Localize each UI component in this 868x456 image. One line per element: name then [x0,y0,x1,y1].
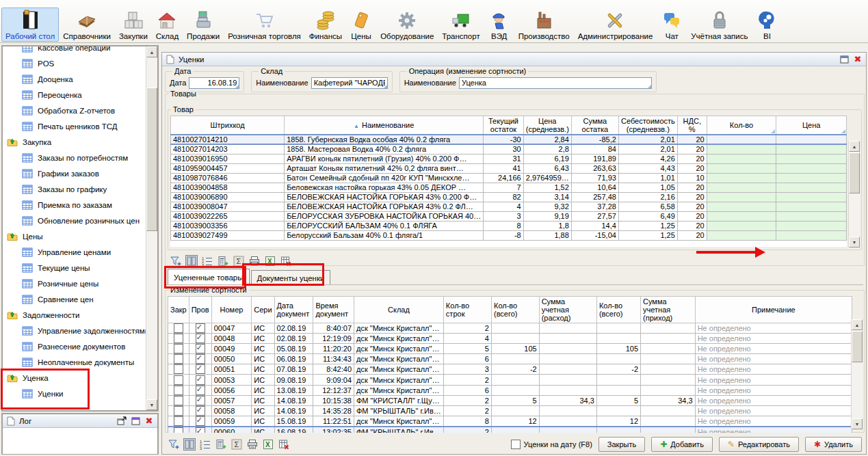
docs-row[interactable]: 00047ИС02.08.198:40:07дск "Минск Кристал… [168,323,852,334]
column-header[interactable]: ▲Наименование [285,116,484,135]
checkbox-icon[interactable] [174,344,183,353]
scroll-up-icon[interactable]: ▲ [852,319,863,330]
docs-cell-approved[interactable] [189,405,211,416]
docs-row[interactable]: 00059ИС15.08.1911:22:51дск "Минск Криста… [168,416,852,427]
close-button[interactable]: Закрыть [599,437,645,452]
sidebar-item[interactable]: Графики заказов [3,165,146,181]
scrollbar-thumb[interactable] [849,152,860,193]
maximize-icon[interactable] [130,416,141,426]
scroll-down-icon[interactable]: ▼ [146,399,157,410]
goods-row[interactable]: 4810039016950АРАГВИ коньяк пятилетний (Г… [171,154,847,163]
column-header[interactable]: Номер [211,297,252,323]
columns-icon[interactable] [185,255,198,267]
toolbar-item-boxes[interactable]: Закупки [115,8,152,42]
goods-cell[interactable] [776,230,847,240]
scroll-up-icon[interactable]: ▲ [849,141,860,152]
checkbox-icon[interactable] [174,396,183,405]
sidebar-item[interactable]: Разнесение документов [3,338,146,354]
toolbar-item-price-tag[interactable]: Цены [346,8,376,42]
scroll-down-icon[interactable]: ▼ [849,237,860,247]
sidebar-item[interactable]: Заказы по потребностям [3,150,146,165]
column-header[interactable]: Кол-во [707,116,776,135]
goods-cell[interactable] [707,221,776,230]
goods-row[interactable]: 4810039004858Беловежская настойка горька… [171,183,847,192]
sidebar-item[interactable]: Управление ценами [3,244,146,260]
checkbox-icon[interactable] [174,323,183,333]
filter-icon[interactable] [170,255,182,267]
calculator-icon[interactable] [217,255,229,267]
docs-cell-closed[interactable] [168,364,189,375]
sidebar-item[interactable]: Обработка Z-отчетов [3,103,146,118]
checkbox-icon[interactable] [196,416,205,426]
detach-window-icon[interactable] [116,416,127,426]
toolbar-item-gear[interactable]: Оборудование [376,8,438,42]
docs-cell-closed[interactable] [168,427,189,433]
remove-column-icon[interactable] [280,255,292,267]
toolbar-item-factory[interactable]: Производство [514,8,574,42]
checkbox-icon[interactable] [196,427,205,433]
toolbar-item-truck[interactable]: Транспорт [438,8,484,42]
columns-icon[interactable] [183,438,196,451]
column-header[interactable]: Штрихкод [171,116,285,135]
sidebar-item[interactable]: Уценки [3,386,146,401]
goods-cell[interactable] [707,173,776,183]
goods-cell[interactable] [776,163,847,173]
delete-button[interactable]: ✱ Удалить [805,437,862,452]
tab-marked-down-goods[interactable]: Уцененные товары [168,269,250,285]
column-header[interactable]: Закр [168,297,189,323]
column-header[interactable]: Пров [189,297,211,323]
docs-cell-closed[interactable] [168,344,189,354]
sidebar-item[interactable]: Задолженности [3,307,146,323]
goods-cell[interactable] [707,135,776,144]
docs-cell-approved[interactable] [189,427,211,433]
goods-cell[interactable] [776,202,847,211]
column-header[interactable]: Сумма учетная (приход) [641,297,696,323]
docs-row[interactable]: 00051ИС07.08.198:42:40дск "Минск Кристал… [168,364,852,375]
goods-cell[interactable] [776,192,847,202]
goods-row[interactable]: 4810987076846Батон Семейный сдобный пп 4… [171,173,847,183]
checkbox-icon[interactable] [196,386,205,395]
excel-icon[interactable]: X [262,438,274,451]
docs-row[interactable]: 00048ИС02.08.1912:19:09дск "Минск Криста… [168,334,852,344]
docs-row[interactable]: 00056ИС13.08.1912:12:37дск "Минск Криста… [168,385,852,395]
toolbar-item-coins[interactable]: Финансы [305,8,346,42]
toolbar-item-books[interactable]: Справочники [59,8,115,42]
docs-cell-approved[interactable] [189,364,211,375]
goods-cell[interactable] [776,144,847,154]
checkbox-icon[interactable] [174,375,183,385]
maximize-icon[interactable] [839,55,850,64]
sidebar-item[interactable]: Розничные цены [3,276,146,291]
docs-scrollbar[interactable]: ▲ ▼ [851,319,863,429]
checkbox-icon[interactable] [196,375,205,385]
toolbar-item-bi[interactable]: BI [752,8,782,42]
goods-cell[interactable] [707,144,776,154]
goods-cell[interactable] [776,221,847,230]
docs-cell-approved[interactable] [189,334,211,344]
scrollbar-thumb[interactable] [852,331,863,362]
docs-cell-approved[interactable] [189,416,211,427]
docs-cell-approved[interactable] [189,344,211,354]
column-header[interactable]: Примечание [695,297,852,323]
sidebar-item[interactable]: Управление задолженностями [3,323,146,338]
docs-cell-closed[interactable] [168,375,189,385]
checkbox-icon[interactable] [196,354,205,364]
docs-row[interactable]: 00050ИС06.08.1911:34:43дск "Минск Криста… [168,354,852,364]
column-header[interactable]: Цена (средневзв.) [523,116,571,135]
sidebar-item[interactable]: Цены [3,228,146,244]
edit-button[interactable]: ✎ Редактировать [719,437,799,452]
checkbox-icon[interactable] [196,364,205,374]
date-input[interactable] [189,77,239,89]
column-header[interactable]: Сумма учетная (расход) [539,297,596,323]
docs-row[interactable]: 00057ИС14.08.1910:15:38ФМ "КРИСТАЛЛ" г.Щ… [168,395,852,405]
toolbar-item-desktop[interactable]: Рабочий стол [1,8,59,42]
checkbox-icon[interactable] [511,440,521,449]
docs-cell-approved[interactable] [189,385,211,395]
sidebar-item[interactable]: Уценка [3,370,146,386]
sidebar-item[interactable]: POS [3,55,146,71]
goods-scrollbar[interactable]: ▲ ▼ [848,141,860,247]
goods-row[interactable]: 4810039022265БЕЛОРУССКАЯ ЗУБРОВКА НАСТОЙ… [171,211,847,221]
sidebar-item[interactable]: Закупка [3,134,146,150]
goods-cell[interactable] [776,154,847,163]
goods-row[interactable]: 4810959004457Арташат Коньяк пятилетний 4… [171,163,847,173]
goods-row[interactable]: 4810039003356БЕЛОРУССКИЙ БАЛЬЗАМ 40% 0.1… [171,221,847,230]
